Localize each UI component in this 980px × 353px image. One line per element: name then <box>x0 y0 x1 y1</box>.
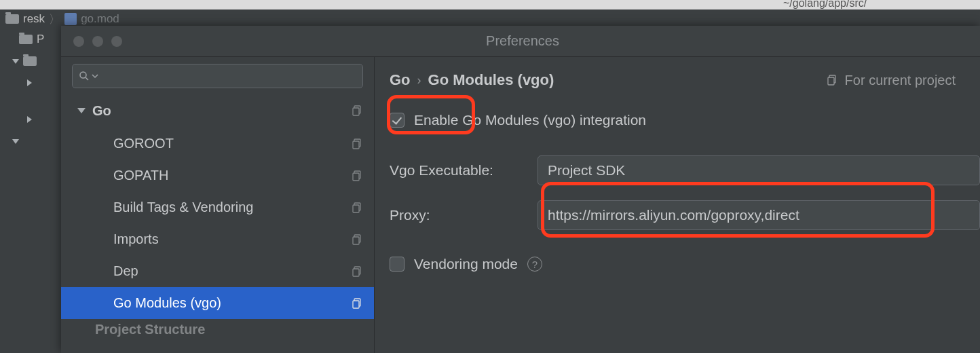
copy-icon[interactable] <box>352 138 363 149</box>
minimize-icon[interactable] <box>92 36 103 47</box>
sidebar-item-build-tags[interactable]: Build Tags & Vendoring <box>61 191 374 223</box>
file-icon <box>64 13 77 25</box>
chevron-down-icon <box>77 108 86 113</box>
copy-icon[interactable] <box>352 298 363 309</box>
window-controls[interactable] <box>73 36 122 47</box>
svg-rect-3 <box>353 108 359 115</box>
sidebar-item-label: Imports <box>113 231 159 247</box>
search-input[interactable] <box>72 64 363 88</box>
svg-rect-15 <box>353 301 359 308</box>
crumb-go-modules: Go Modules (vgo) <box>428 71 554 89</box>
tree-row[interactable] <box>0 50 61 72</box>
titlebar: Preferences <box>61 26 980 57</box>
svg-rect-5 <box>353 141 359 149</box>
tree-label: P <box>37 33 44 46</box>
copy-icon <box>827 75 838 86</box>
folder-icon <box>19 35 33 44</box>
sidebar-item-label: GOROOT <box>113 136 174 151</box>
folder-icon <box>5 14 19 24</box>
svg-rect-13 <box>353 269 359 276</box>
zoom-icon[interactable] <box>111 36 122 47</box>
sidebar-item-label: GOPATH <box>113 168 168 183</box>
scope-label: For current project <box>845 73 956 88</box>
svg-rect-17 <box>828 77 834 85</box>
vendoring-mode-checkbox[interactable] <box>390 257 404 272</box>
close-icon[interactable] <box>73 36 84 47</box>
dialog-title: Preferences <box>122 33 923 49</box>
copy-icon[interactable] <box>352 105 363 116</box>
chevron-down-icon[interactable] <box>92 73 98 79</box>
vgo-executable-field[interactable]: Project SDK <box>538 155 980 185</box>
vgo-executable-label: Vgo Executable: <box>390 162 538 179</box>
crumb-go[interactable]: Go <box>390 71 411 89</box>
chevron-right-icon <box>27 79 32 86</box>
chevron-right-icon: 〉 <box>49 12 60 27</box>
open-file[interactable]: go.mod <box>81 12 119 26</box>
sidebar-item-label: Go Modules (vgo) <box>113 295 221 311</box>
copy-icon[interactable] <box>352 170 363 181</box>
sidebar-group-project-structure[interactable]: Project Structure <box>61 319 374 339</box>
svg-point-0 <box>80 72 86 78</box>
chevron-down-icon <box>12 59 19 64</box>
enable-go-modules-label: Enable Go Modules (vgo) integration <box>414 112 646 128</box>
proxy-label: Proxy: <box>390 207 538 223</box>
sidebar-group-label: Go <box>92 103 111 119</box>
tree-row[interactable] <box>0 130 61 152</box>
bg-status-path: ~/golang/app/src/ <box>783 0 867 10</box>
chevron-right-icon: › <box>417 73 421 88</box>
vgo-executable-value: Project SDK <box>548 162 625 179</box>
enable-go-modules-checkbox[interactable] <box>390 113 404 128</box>
preferences-dialog: Preferences Go GOROOT GOPATH Build Tags … <box>61 26 980 353</box>
chevron-right-icon <box>27 116 32 123</box>
svg-line-1 <box>86 77 88 80</box>
sidebar-group-label: Project Structure <box>95 322 205 337</box>
sidebar-item-dep[interactable]: Dep <box>61 255 374 287</box>
tree-row[interactable] <box>0 72 61 94</box>
sidebar-item-imports[interactable]: Imports <box>61 223 374 255</box>
svg-rect-7 <box>353 173 359 181</box>
sidebar-item-label: Build Tags & Vendoring <box>113 200 253 215</box>
copy-icon[interactable] <box>352 234 363 245</box>
sidebar-item-go-modules[interactable]: Go Modules (vgo) <box>61 287 374 319</box>
settings-sidebar: Go GOROOT GOPATH Build Tags & Vendoring … <box>61 57 375 353</box>
page-breadcrumb: Go › Go Modules (vgo) For current projec… <box>390 67 980 94</box>
chevron-down-icon <box>12 139 19 144</box>
scope-indicator: For current project <box>827 73 956 88</box>
sidebar-item-label: Dep <box>113 263 138 279</box>
folder-icon <box>23 56 37 66</box>
proxy-value: https://mirrors.aliyun.com/goproxy,direc… <box>548 207 799 223</box>
svg-rect-9 <box>353 205 359 212</box>
search-icon <box>78 70 90 82</box>
proxy-field[interactable]: https://mirrors.aliyun.com/goproxy,direc… <box>538 200 980 230</box>
project-name[interactable]: resk <box>23 12 45 26</box>
project-tree: P <box>0 29 61 353</box>
sidebar-item-goroot[interactable]: GOROOT <box>61 128 374 160</box>
sidebar-group-go[interactable]: Go <box>61 94 374 128</box>
svg-rect-11 <box>353 237 359 244</box>
tree-row[interactable] <box>0 109 61 130</box>
help-icon[interactable]: ? <box>527 257 542 272</box>
settings-content: Go › Go Modules (vgo) For current projec… <box>375 57 980 353</box>
tree-row[interactable]: P <box>0 29 61 50</box>
vendoring-mode-label: Vendoring mode <box>414 256 518 272</box>
copy-icon[interactable] <box>352 266 363 277</box>
copy-icon[interactable] <box>352 202 363 213</box>
sidebar-item-gopath[interactable]: GOPATH <box>61 160 374 191</box>
